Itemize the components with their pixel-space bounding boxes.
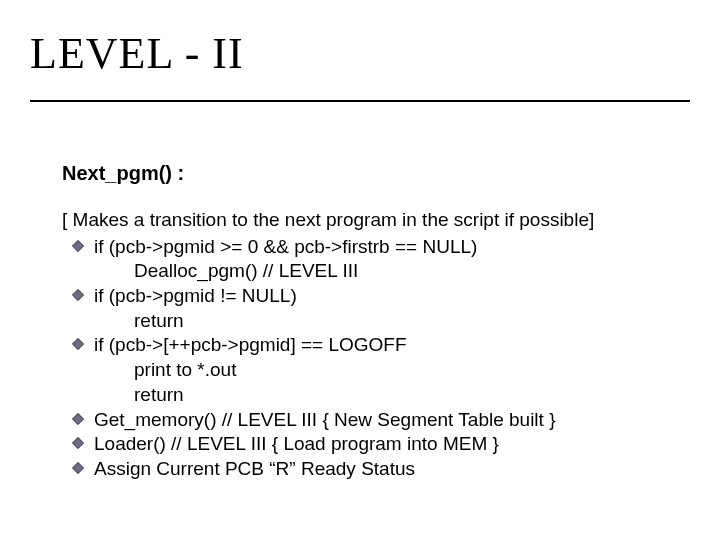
list-item-text: Assign Current PCB “R” Ready Status <box>94 457 415 482</box>
content-block: Next_pgm() : [ Makes a transition to the… <box>62 160 690 482</box>
diamond-bullet-icon <box>72 437 94 449</box>
list-item-text: Get_memory() // LEVEL III { New Segment … <box>94 408 556 433</box>
diamond-bullet-icon <box>72 413 94 425</box>
svg-rect-1 <box>72 289 83 300</box>
list-item-sub: return <box>134 309 690 334</box>
list-item-sub: print to *.out <box>134 358 690 383</box>
title-underline <box>30 100 690 102</box>
list-item: Loader() // LEVEL III { Load program int… <box>62 432 690 457</box>
list-item-text: if (pcb->pgmid >= 0 && pcb->firstrb == N… <box>94 235 477 260</box>
list-item-sub: Dealloc_pgm() // LEVEL III <box>134 259 690 284</box>
list-item: if (pcb->pgmid != NULL) <box>62 284 690 309</box>
diamond-bullet-icon <box>72 289 94 301</box>
list-item-text: if (pcb->pgmid != NULL) <box>94 284 297 309</box>
diamond-bullet-icon <box>72 338 94 350</box>
svg-rect-4 <box>72 438 83 449</box>
svg-rect-5 <box>72 462 83 473</box>
svg-rect-0 <box>72 240 83 251</box>
svg-rect-2 <box>72 339 83 350</box>
function-name: Next_pgm() : <box>62 160 690 186</box>
diamond-bullet-icon <box>72 240 94 252</box>
slide-title: LEVEL - II <box>30 28 244 79</box>
list-item-text: if (pcb->[++pcb->pgmid] == LOGOFF <box>94 333 407 358</box>
list-item: if (pcb->[++pcb->pgmid] == LOGOFF <box>62 333 690 358</box>
list-item: Get_memory() // LEVEL III { New Segment … <box>62 408 690 433</box>
list-item: if (pcb->pgmid >= 0 && pcb->firstrb == N… <box>62 235 690 260</box>
list-item-text: Loader() // LEVEL III { Load program int… <box>94 432 499 457</box>
diamond-bullet-icon <box>72 462 94 474</box>
slide: LEVEL - II Next_pgm() : [ Makes a transi… <box>0 0 720 540</box>
svg-rect-3 <box>72 413 83 424</box>
list-item: Assign Current PCB “R” Ready Status <box>62 457 690 482</box>
list-item-sub: return <box>134 383 690 408</box>
description-line: [ Makes a transition to the next program… <box>62 208 690 233</box>
